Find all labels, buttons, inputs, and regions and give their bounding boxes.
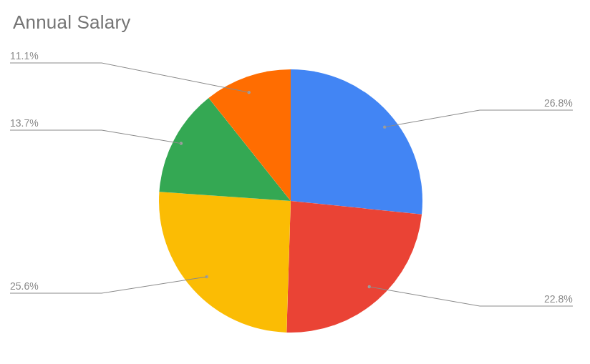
leader-line <box>10 130 181 144</box>
leader-line <box>369 287 573 306</box>
leader-line <box>10 63 249 92</box>
slice-label-orange: 11.1% <box>10 50 39 62</box>
slice-blue <box>291 69 422 215</box>
pie-chart <box>0 0 590 364</box>
leader-line <box>10 277 207 293</box>
slice-label-green: 13.7% <box>10 117 39 129</box>
leader-line <box>385 110 573 127</box>
slice-yellow <box>159 192 291 333</box>
slice-red <box>286 201 422 333</box>
slice-label-blue: 26.8% <box>544 97 573 109</box>
slice-label-yellow: 25.6% <box>10 280 39 292</box>
slice-label-red: 22.8% <box>544 293 573 305</box>
